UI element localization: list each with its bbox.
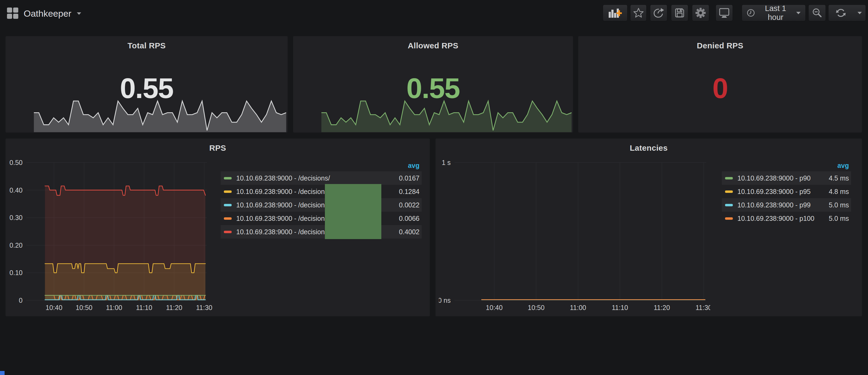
save-icon (674, 7, 685, 18)
svg-text:0.20: 0.20 (9, 242, 23, 249)
series-avg-value: 0.4002 (399, 228, 420, 236)
series-name[interactable]: 10.10.69.238:9000 - /decisions/ (236, 174, 399, 182)
series-avg-value: 0.0167 (399, 174, 420, 182)
legend-row[interactable]: 10.10.69.238:9000 - p95 4.8 ms (722, 185, 851, 198)
series-color-dash[interactable] (224, 231, 231, 233)
monitor-icon (719, 7, 730, 18)
svg-text:10:40: 10:40 (486, 304, 503, 311)
chevron-down-icon (796, 12, 801, 14)
series-avg-value: 0.1284 (399, 188, 420, 195)
svg-text:11:00: 11:00 (106, 304, 122, 311)
svg-text:10:50: 10:50 (75, 304, 92, 311)
series-color-dash[interactable] (725, 177, 733, 180)
chevron-down-icon (77, 12, 81, 15)
corner-artifact (0, 371, 5, 375)
series-avg-value: 0.0022 (399, 201, 420, 209)
svg-text:0: 0 (19, 296, 23, 304)
rps-legend: avg 10.10.69.238:9000 - /decisions/ 0.01… (221, 162, 422, 239)
svg-text:11:30: 11:30 (196, 304, 213, 311)
panel-title[interactable]: RPS (6, 138, 430, 153)
panel-rps: RPS 10:4010:5011:0011:1011:2011:3000.100… (5, 138, 430, 316)
dashboard-title-dropdown[interactable]: Oathkeeper (24, 0, 81, 27)
panel-title[interactable]: Total RPS (6, 36, 287, 50)
logo-square (7, 14, 12, 19)
panel-total-rps: Total RPS 0.55 (5, 36, 288, 133)
allowed-rps-sparkline (321, 98, 571, 132)
series-color-dash[interactable] (725, 217, 733, 220)
series-avg-value: 5.0 ms (829, 215, 849, 222)
save-button[interactable] (671, 5, 688, 21)
series-color-dash[interactable] (224, 204, 231, 206)
svg-text:11:20: 11:20 (654, 304, 670, 311)
chevron-down-icon (858, 12, 862, 14)
panel-title[interactable]: Denied RPS (578, 36, 862, 50)
sparkline (321, 98, 571, 132)
svg-text:11:00: 11:00 (570, 304, 586, 311)
svg-text:0 ns: 0 ns (439, 296, 451, 304)
logo-square (7, 7, 12, 12)
legend-row[interactable]: 10.10.69.238:9000 - /decisions/ 0.1284 (221, 185, 422, 198)
sparkline (34, 98, 286, 132)
panel-denied-rps: Denied RPS 0 (578, 36, 862, 133)
grafana-logo[interactable] (7, 7, 18, 19)
zoom-out-button[interactable] (808, 5, 826, 21)
series-avg-value: 4.8 ms (829, 188, 849, 195)
latencies-legend: avg 10.10.69.238:9000 - p90 4.5 ms 10.10… (722, 162, 851, 225)
legend-avg-header[interactable]: avg (221, 162, 422, 171)
series-color-dash[interactable] (224, 217, 231, 220)
rps-chart[interactable]: 10:4010:5011:0011:1011:2011:3000.100.200… (9, 154, 213, 315)
svg-text:11:10: 11:10 (612, 304, 628, 311)
refresh-button[interactable] (829, 5, 854, 21)
svg-text:11:10: 11:10 (136, 304, 152, 311)
gear-icon (695, 7, 706, 19)
cycle-view-mode-button[interactable] (716, 5, 733, 21)
legend-row[interactable]: 10.10.69.238:9000 - /decisions/ 0.0167 (221, 171, 422, 185)
latencies-chart[interactable]: 10:4010:5011:0011:1011:2011:300 ns1 s (439, 154, 710, 315)
refresh-interval-dropdown[interactable] (854, 5, 866, 21)
refresh-button-group (828, 5, 866, 21)
legend-row[interactable]: 10.10.69.238:9000 - /decisions/ 0.0022 (221, 198, 422, 212)
series-color-dash[interactable] (224, 177, 231, 180)
star-button[interactable] (630, 5, 647, 21)
magnifier-minus-icon (812, 7, 823, 18)
legend-row[interactable]: 10.10.69.238:9000 - p90 4.5 ms (722, 171, 851, 185)
panel-latencies: Latencies 10:4010:5011:0011:1011:2011:30… (435, 138, 862, 316)
svg-text:0.40: 0.40 (9, 186, 23, 194)
navbar: Oathkeeper (0, 0, 868, 27)
panel-allowed-rps: Allowed RPS 0.55 (293, 36, 573, 133)
legend-row[interactable]: 10.10.69.238:9000 - /decisions/ 0.0066 (221, 212, 422, 225)
settings-button[interactable] (692, 5, 709, 21)
svg-text:10:40: 10:40 (46, 304, 63, 311)
legend-row[interactable]: 10.10.69.238:9000 - p100 5.0 ms (722, 212, 851, 225)
series-name[interactable]: 10.10.69.238:9000 - p90 (737, 174, 829, 182)
series-color-dash[interactable] (725, 204, 733, 206)
series-avg-value: 0.0066 (399, 215, 420, 222)
logo-square (13, 14, 18, 19)
svg-text:0.50: 0.50 (9, 159, 23, 166)
clock-icon (747, 9, 755, 17)
series-name[interactable]: 10.10.69.238:9000 - p100 (737, 215, 829, 222)
series-color-dash[interactable] (224, 190, 231, 193)
panel-title[interactable]: Allowed RPS (293, 36, 573, 50)
legend-avg-header[interactable]: avg (722, 162, 851, 171)
series-color-dash[interactable] (725, 190, 733, 193)
add-panel-button[interactable] (603, 5, 627, 21)
page-title: Oathkeeper (24, 8, 71, 19)
share-button[interactable] (650, 5, 667, 21)
legend-row[interactable]: 10.10.69.238:9000 - /decisions/ 0.4002 (221, 225, 422, 239)
svg-text:0.10: 0.10 (9, 269, 23, 276)
series-name[interactable]: 10.10.69.238:9000 - p95 (737, 188, 829, 195)
green-overlay-artifact (325, 184, 381, 239)
svg-text:1 s: 1 s (442, 159, 451, 166)
refresh-icon (836, 8, 846, 18)
svg-text:0.30: 0.30 (9, 214, 23, 221)
series-name[interactable]: 10.10.69.238:9000 - p99 (737, 201, 829, 209)
svg-text:11:20: 11:20 (166, 304, 183, 311)
total-rps-sparkline (34, 98, 286, 132)
svg-text:10:50: 10:50 (528, 304, 545, 311)
time-range-picker[interactable]: Last 1 hour (742, 5, 806, 21)
star-icon (633, 8, 644, 18)
legend-row[interactable]: 10.10.69.238:9000 - p99 5.0 ms (722, 198, 851, 212)
panel-title[interactable]: Latencies (436, 138, 862, 153)
time-range-label: Last 1 hour (758, 4, 793, 22)
